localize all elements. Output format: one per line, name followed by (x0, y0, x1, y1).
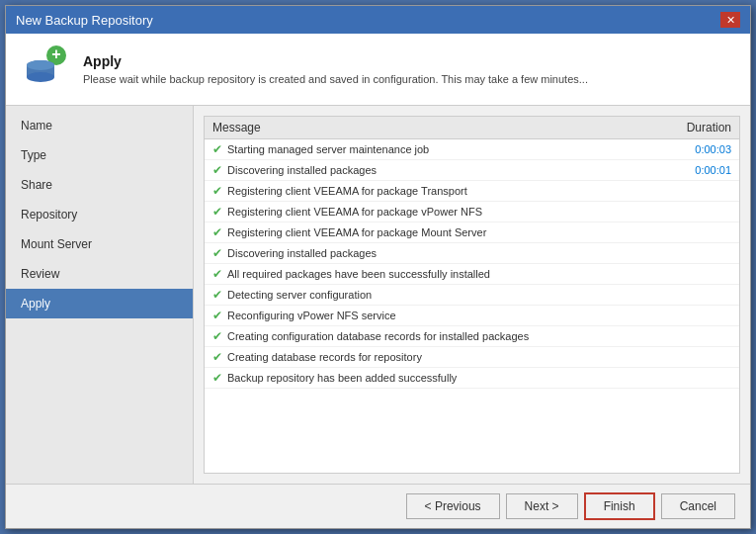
sidebar-item-apply[interactable]: Apply (6, 289, 193, 318)
svg-text:+: + (51, 45, 60, 62)
sidebar-item-name[interactable]: Name (6, 111, 193, 140)
log-table: Message Duration ✔Starting managed serve… (204, 116, 740, 474)
finish-button[interactable]: Finish (584, 492, 655, 520)
check-icon: ✔ (212, 163, 222, 177)
log-duration (660, 285, 739, 306)
log-duration (660, 202, 739, 222)
log-message: ✔Detecting server configuration (205, 285, 660, 306)
table-row: ✔Backup repository has been added succes… (205, 368, 739, 389)
header-icon: + (21, 45, 68, 93)
sidebar-item-type[interactable]: Type (6, 140, 193, 170)
table-row: ✔Creating database records for repositor… (205, 347, 739, 368)
check-icon: ✔ (212, 267, 222, 281)
check-icon: ✔ (212, 309, 222, 322)
log-message: ✔Discovering installed packages (205, 243, 660, 264)
table-row: ✔Discovering installed packages0:00:01 (205, 160, 739, 181)
previous-button[interactable]: < Previous (406, 493, 500, 519)
table-row: ✔Registering client VEEAMA for package M… (205, 222, 739, 243)
table-row: ✔Starting managed server maintenance job… (205, 139, 739, 160)
table-row: ✔Detecting server configuration (205, 285, 739, 306)
column-message: Message (205, 117, 660, 139)
sidebar-item-mount-server[interactable]: Mount Server (6, 229, 193, 259)
log-message: ✔Creating configuration database records… (205, 326, 660, 347)
log-duration (660, 222, 739, 243)
log-duration: 0:00:01 (660, 160, 739, 181)
svg-point-4 (27, 72, 54, 82)
check-icon: ✔ (212, 142, 222, 156)
sidebar-item-review[interactable]: Review (6, 259, 193, 289)
dialog-body: Name Type Share Repository Mount Server … (6, 106, 750, 484)
log-message: ✔Registering client VEEAMA for package v… (205, 202, 660, 222)
table-row: ✔All required packages have been success… (205, 264, 739, 285)
log-message: ✔All required packages have been success… (205, 264, 660, 285)
log-message: ✔Reconfiguring vPower NFS service (205, 306, 660, 326)
column-duration: Duration (660, 117, 739, 139)
log-duration (660, 326, 739, 347)
header-description: Please wait while backup repository is c… (83, 73, 588, 85)
table-row: ✔Registering client VEEAMA for package v… (205, 202, 739, 222)
header-title: Apply (83, 53, 588, 69)
header-text: Apply Please wait while backup repositor… (83, 53, 588, 85)
close-button[interactable]: ✕ (720, 12, 740, 28)
table-row: ✔Creating configuration database records… (205, 326, 739, 347)
check-icon: ✔ (212, 350, 222, 364)
table-row: ✔Registering client VEEAMA for package T… (205, 181, 739, 202)
dialog-title: New Backup Repository (16, 13, 153, 28)
sidebar: Name Type Share Repository Mount Server … (6, 106, 194, 484)
cancel-button[interactable]: Cancel (661, 493, 735, 519)
check-icon: ✔ (212, 184, 222, 198)
dialog-footer: < Previous Next > Finish Cancel (6, 484, 750, 528)
log-message: ✔Registering client VEEAMA for package T… (205, 181, 660, 202)
check-icon: ✔ (212, 371, 222, 385)
svg-point-5 (27, 60, 54, 70)
check-icon: ✔ (212, 246, 222, 260)
check-icon: ✔ (212, 225, 222, 239)
next-button[interactable]: Next > (506, 493, 578, 519)
log-duration (660, 368, 739, 389)
log-message: ✔Discovering installed packages (205, 160, 660, 181)
log-duration (660, 264, 739, 285)
title-bar: New Backup Repository ✕ (6, 6, 750, 34)
log-message: ✔Backup repository has been added succes… (205, 368, 660, 389)
table-row: ✔Reconfiguring vPower NFS service (205, 306, 739, 326)
log-duration (660, 347, 739, 368)
main-content: Message Duration ✔Starting managed serve… (194, 106, 750, 484)
sidebar-item-share[interactable]: Share (6, 170, 193, 200)
sidebar-item-repository[interactable]: Repository (6, 200, 193, 229)
check-icon: ✔ (212, 329, 222, 343)
log-duration (660, 243, 739, 264)
dialog-header: + Apply Please wait while backup reposit… (6, 34, 750, 106)
log-message: ✔Registering client VEEAMA for package M… (205, 222, 660, 243)
log-duration: 0:00:03 (660, 139, 739, 160)
dialog-window: New Backup Repository ✕ + Apply Please w… (5, 5, 751, 529)
check-icon: ✔ (212, 288, 222, 302)
log-duration (660, 306, 739, 326)
check-icon: ✔ (212, 205, 222, 219)
log-duration (660, 181, 739, 202)
log-message: ✔Starting managed server maintenance job (205, 139, 660, 160)
table-row: ✔Discovering installed packages (205, 243, 739, 264)
log-message: ✔Creating database records for repositor… (205, 347, 660, 368)
